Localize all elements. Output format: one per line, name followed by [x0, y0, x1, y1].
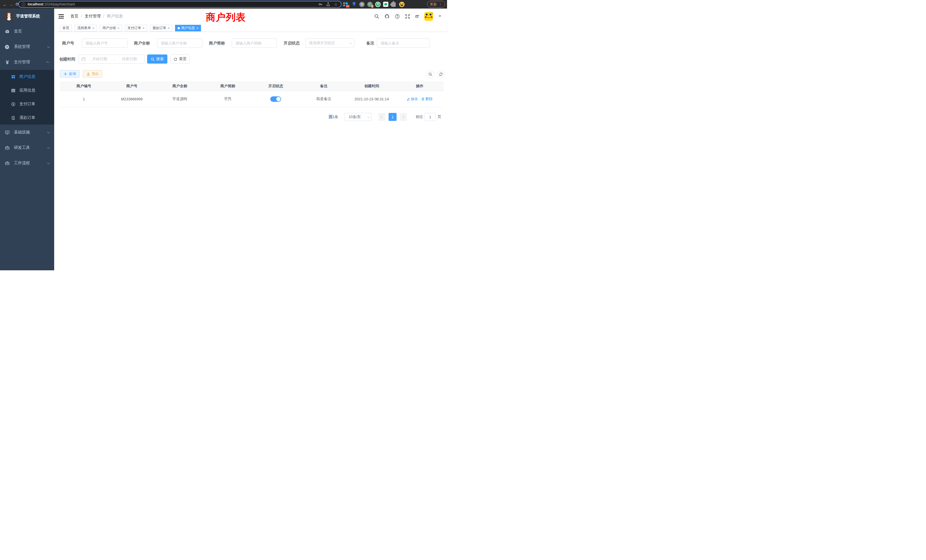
export-button-label: 导出	[92, 71, 98, 76]
sidebar-item-merchant-info[interactable]: 商户信息	[0, 70, 54, 83]
tag-label: 商户信息	[181, 26, 195, 30]
sidebar-logo[interactable]: 芋道管理系统	[0, 9, 54, 24]
close-icon[interactable]: ×	[142, 27, 145, 30]
create-time-range-picker[interactable]: 开始日期 - 结束日期	[79, 54, 145, 64]
tag-home[interactable]: 首页	[60, 25, 72, 31]
gear-icon	[5, 44, 10, 49]
cell-short-name: 芋艿	[204, 91, 252, 107]
search-button[interactable]: 搜索	[147, 54, 167, 64]
column-header: 创建时间	[348, 81, 396, 91]
extensions-puzzle-icon[interactable]	[391, 2, 396, 7]
cell-merchant-no: M233666999	[108, 91, 156, 107]
column-header: 商户编号	[60, 81, 108, 91]
reset-button[interactable]: 重置	[170, 54, 190, 64]
tag-process-form[interactable]: 流程表单 ×	[75, 25, 97, 31]
chrome-update-button[interactable]: 更新 ⋮	[427, 1, 445, 8]
close-icon[interactable]: ×	[118, 27, 120, 30]
monitor-chart-icon	[5, 130, 10, 135]
breadcrumb-separator: /	[103, 14, 104, 18]
browser-forward-icon[interactable]: →	[8, 2, 14, 7]
close-icon[interactable]: ×	[197, 27, 198, 30]
sidebar-item-pay[interactable]: ¥ 支付管理	[0, 54, 54, 70]
extension-chat-icon[interactable]	[383, 2, 389, 7]
extension-gem-icon[interactable]	[351, 2, 357, 7]
user-avatar[interactable]	[424, 12, 433, 21]
fullscreen-icon[interactable]	[405, 14, 410, 19]
tag-user-group[interactable]: 用户分组 ×	[100, 25, 122, 31]
merchant-table: 商户编号 商户号 商户全称 商户简称 开启状态 备注 创建时间 操作 1 M23…	[60, 81, 443, 107]
edit-link[interactable]: 修改	[407, 97, 418, 101]
search-icon	[428, 73, 432, 76]
sidebar-item-label: 商户信息	[20, 74, 50, 79]
header-actions: tT	[374, 12, 447, 21]
tag-label: 首页	[62, 26, 69, 30]
full-name-input[interactable]	[157, 38, 203, 48]
sidebar-item-home[interactable]: 首页	[0, 24, 54, 39]
sidebar-item-infra[interactable]: 基础设施	[0, 125, 54, 140]
add-button[interactable]: 新增	[60, 70, 80, 77]
plus-icon	[64, 72, 67, 76]
column-header: 商户全称	[156, 81, 204, 91]
collapse-sidebar-icon[interactable]	[59, 14, 64, 19]
tag-merchant-info[interactable]: 商户信息 ×	[175, 25, 201, 31]
tag-pay-order[interactable]: 支付订单 ×	[125, 25, 147, 31]
status-select[interactable]: 请选择开启状态	[305, 38, 354, 48]
extension-command-icon[interactable]: ⌘	[359, 2, 365, 7]
avatar-dropdown-icon[interactable]	[439, 15, 441, 17]
short-name-input[interactable]	[232, 38, 277, 48]
page-number-1[interactable]: 1	[389, 113, 396, 121]
remark-input[interactable]	[377, 38, 430, 48]
sidebar-item-refund-order[interactable]: 退款订单	[0, 111, 54, 125]
sidebar-item-pay-order[interactable]: 支付订单	[0, 97, 54, 111]
reset-button-label: 重置	[179, 56, 186, 62]
share-icon[interactable]	[326, 2, 330, 6]
export-button[interactable]: 导出	[83, 70, 102, 77]
github-icon[interactable]	[384, 14, 389, 19]
main-area: 商户列表 首页 / 支付管理 / 商户信息	[54, 9, 447, 270]
chevron-down-icon	[47, 146, 50, 149]
address-bar[interactable]: i localhost :1024/pay/merchant ☆	[18, 1, 342, 8]
pay-submenu: 商户信息 应用信息 支付订单 退款订单	[0, 70, 54, 125]
breadcrumb-home[interactable]: 首页	[70, 14, 79, 19]
profile-avatar-icon[interactable]	[399, 2, 404, 7]
password-key-icon[interactable]	[318, 2, 322, 6]
close-icon[interactable]: ×	[168, 27, 169, 30]
extension-proxy-icon[interactable]: 1	[367, 2, 373, 7]
browser-back-icon[interactable]: ←	[2, 2, 8, 7]
full-name-label: 商户全称	[134, 38, 150, 48]
sidebar-item-workflow[interactable]: 工作流程	[0, 155, 54, 171]
browser-menu-icon[interactable]: ⋮	[439, 2, 442, 6]
show-search-toggle-button[interactable]	[427, 70, 434, 78]
sidebar-item-app-info[interactable]: 应用信息	[0, 83, 54, 97]
bookmark-star-icon[interactable]: ☆	[334, 2, 337, 6]
breadcrumb-separator: /	[81, 14, 82, 18]
chevron-down-icon	[47, 45, 50, 48]
refresh-icon	[439, 73, 443, 76]
prev-page-button[interactable]	[378, 113, 385, 121]
sidebar: 芋道管理系统 首页 系统管理 ¥ 支付管理 商户信息	[0, 9, 54, 270]
goto-page-input[interactable]	[425, 113, 436, 121]
help-icon[interactable]	[395, 14, 400, 19]
delete-link[interactable]: 删除	[421, 97, 433, 101]
table-row: 1 M233666999 芋道源码 芋艿 我是备注 2021-10-23 08:…	[60, 91, 443, 107]
sidebar-item-system[interactable]: 系统管理	[0, 39, 54, 54]
status-toggle[interactable]	[270, 96, 281, 102]
tag-refund-order[interactable]: 退款订单 ×	[150, 25, 172, 31]
page-size-select[interactable]: 10条/页	[344, 113, 372, 121]
breadcrumb-pay[interactable]: 支付管理	[85, 14, 101, 19]
add-button-label: 新增	[69, 71, 76, 76]
search-icon[interactable]	[374, 14, 379, 19]
next-page-button[interactable]	[400, 113, 407, 121]
site-info-icon[interactable]: i	[22, 3, 26, 6]
date-separator: -	[114, 57, 115, 61]
merchant-no-input[interactable]	[82, 38, 128, 48]
status-label: 开启状态	[284, 38, 300, 48]
extension-y-icon[interactable]: Y	[375, 2, 381, 7]
extension-grid-icon[interactable]: 10	[343, 2, 349, 7]
close-icon[interactable]: ×	[92, 27, 94, 30]
refresh-table-button[interactable]	[437, 70, 445, 78]
font-size-icon[interactable]: tT	[415, 14, 419, 19]
sidebar-item-dev-tools[interactable]: 研发工具	[0, 140, 54, 155]
page-unit-label: 页	[437, 113, 441, 121]
trash-icon	[421, 97, 425, 101]
